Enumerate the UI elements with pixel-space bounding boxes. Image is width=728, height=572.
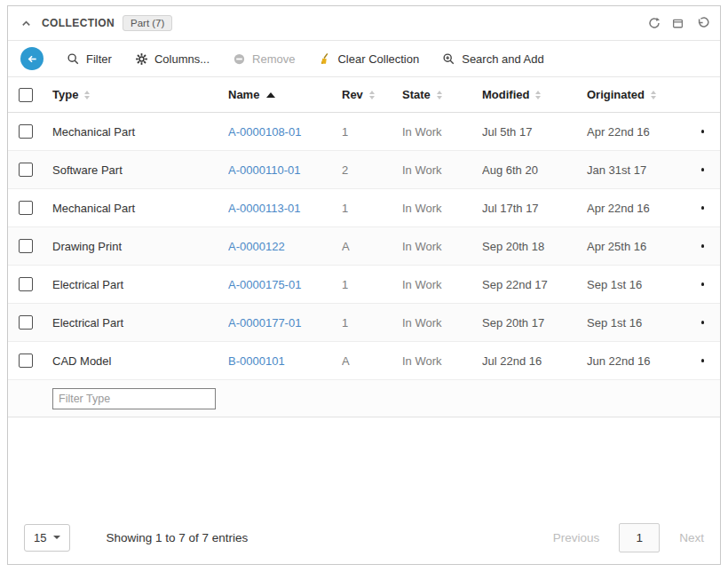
cell-state: In Work xyxy=(402,316,482,330)
table-row: Drawing Print A-0000122 A In Work Sep 20… xyxy=(8,227,720,266)
sort-icon xyxy=(437,91,442,99)
column-header-modified[interactable]: Modified xyxy=(482,88,587,101)
filter-row xyxy=(8,380,720,417)
select-all-checkbox[interactable] xyxy=(19,88,33,102)
cell-rev: A xyxy=(342,354,402,368)
page-size-dropdown[interactable]: 15 xyxy=(24,524,70,552)
cell-state: In Work xyxy=(402,278,482,291)
cell-state: In Work xyxy=(402,202,482,215)
table-row: Mechanical Part A-0000113-01 1 In Work J… xyxy=(8,189,720,227)
toolbar: Filter Columns... Remove Clear Collectio… xyxy=(8,41,720,77)
empty-area xyxy=(8,417,720,511)
cell-originated: Sep 1st 16 xyxy=(587,278,700,291)
gear-icon xyxy=(135,52,148,66)
cell-modified: Jul 5th 17 xyxy=(482,125,587,139)
part-name-link[interactable]: A-0000108-01 xyxy=(228,125,301,139)
cell-modified: Sep 22nd 17 xyxy=(482,278,587,291)
cell-rev: 1 xyxy=(342,278,402,291)
pagination: Previous 1 Next xyxy=(553,523,704,552)
column-header-originated[interactable]: Originated xyxy=(587,88,700,101)
table-row: CAD Model B-0000101 A In Work Jul 22nd 1… xyxy=(8,342,720,380)
previous-page-button[interactable]: Previous xyxy=(553,531,600,544)
part-name-link[interactable]: A-0000113-01 xyxy=(228,202,300,215)
row-actions-icon[interactable] xyxy=(700,279,706,289)
minus-circle-icon xyxy=(233,52,246,66)
table-row: Electrical Part A-0000177-01 1 In Work S… xyxy=(8,304,720,342)
clear-collection-button[interactable]: Clear Collection xyxy=(318,52,419,66)
filter-label: Filter xyxy=(86,52,112,66)
columns-button[interactable]: Columns... xyxy=(135,52,210,66)
table-header: Type Name Rev State Modified Originated xyxy=(8,77,720,113)
part-name-link[interactable]: A-0000175-01 xyxy=(228,278,301,291)
panel-title: COLLECTION xyxy=(42,17,115,29)
remove-button[interactable]: Remove xyxy=(233,52,295,66)
part-name-link[interactable]: B-0000101 xyxy=(228,354,285,368)
cell-rev: 1 xyxy=(342,202,402,215)
row-checkbox[interactable] xyxy=(19,201,33,215)
current-page-button[interactable]: 1 xyxy=(619,523,660,552)
row-actions-icon[interactable] xyxy=(700,317,706,327)
cell-modified: Jul 22nd 16 xyxy=(482,354,587,368)
row-actions-icon[interactable] xyxy=(700,164,706,174)
cell-type: CAD Model xyxy=(52,354,228,368)
sort-icon xyxy=(84,91,90,99)
part-name-link[interactable]: A-0000122 xyxy=(228,240,285,253)
table-row: Software Part A-0000110-01 2 In Work Aug… xyxy=(8,151,720,189)
cell-originated: Jan 31st 17 xyxy=(587,163,700,177)
row-checkbox[interactable] xyxy=(19,239,33,253)
cell-rev: 1 xyxy=(342,316,402,330)
row-actions-icon[interactable] xyxy=(700,241,706,250)
row-actions-icon[interactable] xyxy=(700,126,706,136)
brush-icon xyxy=(318,52,331,66)
cell-originated: Apr 22nd 16 xyxy=(587,202,700,215)
row-actions-icon[interactable] xyxy=(700,203,706,212)
search-and-add-button[interactable]: Search and Add xyxy=(442,52,544,66)
cell-type: Electrical Part xyxy=(52,316,228,330)
undo-icon[interactable] xyxy=(694,16,709,31)
cell-rev: A xyxy=(342,240,402,253)
tab-part[interactable]: Part (7) xyxy=(123,15,172,31)
table-body: Mechanical Part A-0000108-01 1 In Work J… xyxy=(8,113,720,417)
type-filter-input[interactable] xyxy=(52,388,216,409)
cell-state: In Work xyxy=(402,125,482,139)
columns-label: Columns... xyxy=(154,52,210,66)
cell-state: In Work xyxy=(402,240,482,253)
column-header-type[interactable]: Type xyxy=(52,88,228,101)
cell-modified: Jul 17th 17 xyxy=(482,202,587,215)
row-checkbox[interactable] xyxy=(19,163,33,177)
chevron-up-icon[interactable] xyxy=(19,16,34,31)
cell-rev: 1 xyxy=(342,125,402,139)
row-checkbox[interactable] xyxy=(19,124,33,139)
cell-modified: Aug 6th 20 xyxy=(482,163,587,177)
column-header-name[interactable]: Name xyxy=(228,88,342,101)
cell-state: In Work xyxy=(402,354,482,368)
remove-label: Remove xyxy=(252,52,295,66)
row-checkbox[interactable] xyxy=(19,315,33,330)
row-checkbox[interactable] xyxy=(19,277,33,291)
row-actions-icon[interactable] xyxy=(700,355,706,365)
next-page-button[interactable]: Next xyxy=(679,531,704,544)
screen: COLLECTION Part (7) xyxy=(0,0,728,572)
row-checkbox[interactable] xyxy=(19,354,33,368)
cell-modified: Sep 20th 17 xyxy=(482,316,587,330)
chevron-down-icon xyxy=(53,536,60,539)
back-button[interactable] xyxy=(20,47,44,70)
showing-entries-text: Showing 1 to 7 of 7 entries xyxy=(106,531,248,544)
cell-originated: Apr 25th 16 xyxy=(587,240,700,253)
part-name-link[interactable]: A-0000177-01 xyxy=(228,316,301,330)
part-name-link[interactable]: A-0000110-01 xyxy=(228,163,300,177)
refresh-icon[interactable] xyxy=(646,16,661,31)
cell-state: In Work xyxy=(402,163,482,177)
search-and-add-label: Search and Add xyxy=(462,52,544,66)
column-header-state[interactable]: State xyxy=(402,88,482,101)
column-header-rev[interactable]: Rev xyxy=(342,88,402,101)
sort-icon xyxy=(651,91,656,99)
window-icon[interactable] xyxy=(670,16,685,31)
clear-collection-label: Clear Collection xyxy=(337,52,419,66)
filter-button[interactable]: Filter xyxy=(67,52,112,66)
search-icon xyxy=(67,52,80,66)
cell-type: Electrical Part xyxy=(52,278,228,291)
search-plus-icon xyxy=(442,52,455,66)
cell-type: Mechanical Part xyxy=(52,202,228,215)
cell-originated: Apr 22nd 16 xyxy=(587,125,700,139)
